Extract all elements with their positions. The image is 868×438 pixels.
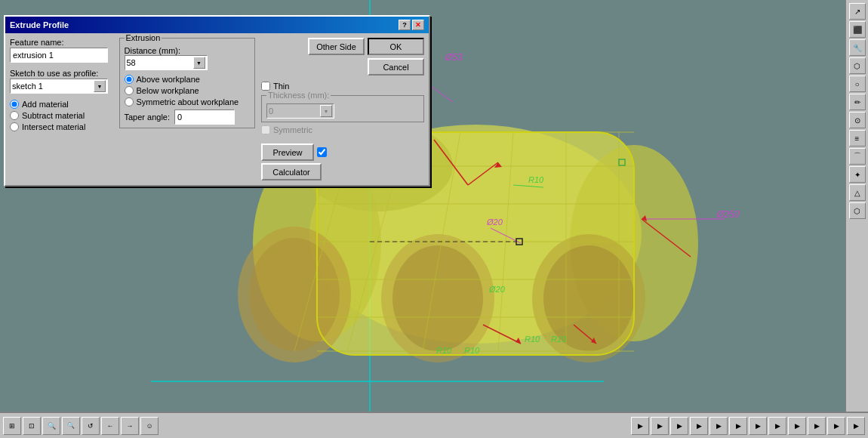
close-button[interactable]: ✕ <box>412 20 424 30</box>
toolbar-btn-7[interactable]: ⊙ <box>849 112 866 128</box>
intersect-material-radio[interactable] <box>10 122 19 131</box>
radio-direction-group: Above workplane Below workplane Symmetri… <box>125 75 250 106</box>
bottom-btn-15[interactable]: ▶ <box>749 417 767 435</box>
bottom-btn-17[interactable]: ▶ <box>788 417 806 435</box>
toolbar-btn-1[interactable]: ↗ <box>849 3 866 20</box>
toolbar-btn-5[interactable]: ○ <box>849 76 866 92</box>
thickness-combo: 0 ▼ <box>266 103 334 119</box>
symmetric-workplane-radio[interactable] <box>125 97 134 106</box>
svg-text:R10: R10 <box>551 335 567 344</box>
below-workplane-radio[interactable] <box>125 86 134 95</box>
thin-checkbox-label[interactable]: Thin <box>261 82 424 91</box>
bottom-btn-zoom-out[interactable]: 🔍 <box>62 417 80 435</box>
thickness-label: Thickness (mm): <box>266 91 331 100</box>
preview-calculator-section: Preview Calculator <box>261 143 424 180</box>
toolbar-btn-4[interactable]: ⬡ <box>849 57 866 74</box>
calculator-button[interactable]: Calculator <box>261 163 322 180</box>
toolbar-btn-2[interactable]: ⬛ <box>849 21 866 38</box>
thin-checkbox[interactable] <box>261 82 270 91</box>
help-button[interactable]: ? <box>399 20 411 30</box>
dialog-body: Feature name: Sketch to use as profile: … <box>5 33 429 185</box>
material-radio-group: Add material Subtract material Intersect… <box>10 100 115 131</box>
distance-combo[interactable]: 58 ▼ <box>125 55 208 70</box>
toolbar-btn-3[interactable]: 🔧 <box>849 39 866 56</box>
right-toolbar: ↗ ⬛ 🔧 ⬡ ○ ✏ ⊙ ≡ ⌒ ✦ △ ⬡ <box>845 0 868 412</box>
cancel-button[interactable]: Cancel <box>368 58 424 76</box>
bottom-btn-19[interactable]: ▶ <box>827 417 845 435</box>
extrusion-group-label: Extrusion <box>125 33 162 42</box>
bottom-btn-2[interactable]: ⊡ <box>23 417 41 435</box>
add-material-radio[interactable] <box>10 100 19 109</box>
above-workplane-radio[interactable] <box>125 75 134 84</box>
right-panel: Other Side OK Cancel Thin Thickness (mm)… <box>258 38 424 180</box>
ok-button[interactable]: OK <box>368 38 424 55</box>
thin-section: Thin Thickness (mm): 0 ▼ Symmetric <box>261 82 424 134</box>
intersect-material-option[interactable]: Intersect material <box>10 122 115 131</box>
bottom-btn-10[interactable]: ▶ <box>651 417 669 435</box>
sketch-combo[interactable]: sketch 1 ▼ <box>10 79 108 94</box>
sketch-combo-arrow[interactable]: ▼ <box>94 80 106 92</box>
dialog-titlebar: Extrude Profile ? ✕ <box>5 17 429 33</box>
bottom-btn-7[interactable]: → <box>121 417 139 435</box>
bottom-btn-smiley[interactable]: ☺ <box>140 417 159 435</box>
toolbar-btn-12[interactable]: ⬡ <box>849 202 866 219</box>
bottom-btn-12[interactable]: ▶ <box>690 417 708 435</box>
svg-text:R10: R10 <box>464 346 480 355</box>
bottom-toolbar: ⊞ ⊡ 🔍 🔍 ↺ ← → ☺ ▶ ▶ ▶ ▶ ▶ ▶ ▶ ▶ ▶ ▶ ▶ ▶ <box>0 412 868 438</box>
bottom-btn-9[interactable]: ▶ <box>631 417 649 435</box>
bottom-btn-zoom-in[interactable]: 🔍 <box>42 417 60 435</box>
symmetric-workplane-option[interactable]: Symmetric about workplane <box>125 97 250 106</box>
distance-label: Distance (mm): <box>125 46 208 55</box>
extrusion-panel: Extrusion Distance (mm): 58 ▼ <box>119 38 255 128</box>
bottom-btn-13[interactable]: ▶ <box>709 417 728 435</box>
subtract-material-radio[interactable] <box>10 111 19 120</box>
svg-text:R10: R10 <box>528 175 544 184</box>
subtract-material-option[interactable]: Subtract material <box>10 111 115 120</box>
dialog-controls: ? ✕ <box>399 20 424 30</box>
toolbar-btn-11[interactable]: △ <box>849 184 866 201</box>
bottom-btn-20[interactable]: ▶ <box>847 417 865 435</box>
taper-row: Taper angle: <box>125 110 250 125</box>
extrusion-group-box: Extrusion Distance (mm): 58 ▼ <box>119 38 255 128</box>
svg-text:Ø20: Ø20 <box>486 217 503 227</box>
svg-text:R10: R10 <box>436 346 452 355</box>
bottom-btn-14[interactable]: ▶ <box>729 417 747 435</box>
dialog-title: Extrude Profile <box>10 20 69 29</box>
taper-input[interactable] <box>174 110 235 125</box>
svg-text:Ø53: Ø53 <box>445 52 463 63</box>
thickness-combo-arrow: ▼ <box>320 105 332 117</box>
bottom-btn-16[interactable]: ▶ <box>768 417 786 435</box>
bottom-btn-1[interactable]: ⊞ <box>3 417 21 435</box>
svg-text:Ø20: Ø20 <box>488 285 506 294</box>
feature-name-input[interactable] <box>10 48 108 63</box>
add-material-option[interactable]: Add material <box>10 100 115 109</box>
bottom-btn-11[interactable]: ▶ <box>670 417 688 435</box>
toolbar-btn-6[interactable]: ✏ <box>849 94 866 110</box>
bottom-btn-5[interactable]: ↺ <box>82 417 100 435</box>
distance-row: Distance (mm): 58 ▼ <box>125 46 250 70</box>
thickness-group: Thickness (mm): 0 ▼ <box>261 95 424 122</box>
extrude-profile-dialog: Extrude Profile ? ✕ Feature name: Sketch… <box>4 15 430 187</box>
other-side-button[interactable]: Other Side <box>308 38 365 55</box>
toolbar-btn-9[interactable]: ⌒ <box>849 148 866 165</box>
toolbar-btn-8[interactable]: ≡ <box>849 130 866 147</box>
preview-button[interactable]: Preview <box>261 143 314 161</box>
preview-row: Preview <box>261 143 327 161</box>
distance-combo-arrow[interactable]: ▼ <box>193 57 205 69</box>
symmetric-check: Symmetric <box>261 125 424 134</box>
symmetric-checkbox <box>261 125 270 134</box>
bottom-btn-18[interactable]: ▶ <box>808 417 826 435</box>
taper-label: Taper angle: <box>125 113 171 122</box>
below-workplane-option[interactable]: Below workplane <box>125 86 250 95</box>
toolbar-btn-10[interactable]: ✦ <box>849 166 866 183</box>
feature-name-label: Feature name: <box>10 38 115 47</box>
above-workplane-option[interactable]: Above workplane <box>125 75 250 84</box>
svg-text:Ø250: Ø250 <box>716 209 740 220</box>
bottom-btn-6[interactable]: ← <box>101 417 119 435</box>
preview-checkbox[interactable] <box>317 147 327 157</box>
svg-point-9 <box>249 238 340 351</box>
svg-point-11 <box>392 245 483 351</box>
left-panel: Feature name: Sketch to use as profile: … <box>10 38 115 131</box>
svg-text:R10: R10 <box>525 335 540 344</box>
sketch-label: Sketch to use as profile: <box>10 69 115 78</box>
